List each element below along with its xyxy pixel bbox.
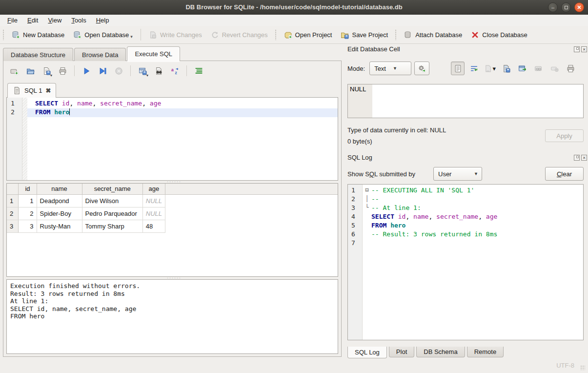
row-header[interactable]: 3 <box>7 220 19 232</box>
table-row[interactable]: 11DeadpondDive WilsonNULL <box>7 194 338 207</box>
row-header[interactable]: 2 <box>7 207 19 220</box>
editor-code-area[interactable]: SELECT id, name, secret_name, ageFROM he… <box>27 98 338 180</box>
write-changes-button[interactable]: Write Changes <box>144 28 206 41</box>
link-data-button[interactable] <box>531 62 545 75</box>
menu-help[interactable]: Help <box>91 16 114 25</box>
cell-secret_name[interactable]: Dive Wilson <box>82 194 142 207</box>
cell-value-editor[interactable]: NULL <box>347 84 584 118</box>
fold-marker-icon <box>363 230 371 239</box>
cell-secret_name[interactable]: Pedro Parqueador <box>82 207 142 220</box>
text-mode-button[interactable] <box>451 62 465 75</box>
code-line[interactable]: SELECT id, name, secret_name, age <box>27 100 338 108</box>
cell-id[interactable]: 1 <box>19 194 37 207</box>
menu-view[interactable]: View <box>43 16 66 25</box>
word-wrap-button[interactable] <box>467 62 481 75</box>
close-panel-icon[interactable]: ✕ <box>581 46 587 52</box>
tab-database-structure[interactable]: Database Structure <box>3 48 73 61</box>
cell-mode-select[interactable]: Text ▼ <box>369 62 411 75</box>
bottom-tab-db-schema[interactable]: DB Schema <box>416 347 465 357</box>
table-row[interactable]: 33Rusty-ManTommy Sharp48 <box>7 220 338 232</box>
save-results-button[interactable]: ▾ <box>138 66 147 76</box>
close-button[interactable]: ✕ <box>574 2 584 12</box>
execute-all-button[interactable] <box>81 66 91 76</box>
gear-apply-format-button[interactable] <box>414 62 429 75</box>
bottom-tab-sql-log[interactable]: SQL Log <box>347 347 387 358</box>
execution-message-box[interactable]: Execution finished without errors. Resul… <box>6 279 338 354</box>
export-to-file-button[interactable] <box>499 62 513 75</box>
toolbar-grip[interactable] <box>275 29 277 40</box>
open-database-button[interactable]: Open Database▾ <box>69 28 137 41</box>
cell-age[interactable]: NULL <box>142 194 165 207</box>
minimize-button[interactable]: – <box>548 2 558 12</box>
toolbar-separator <box>74 65 75 76</box>
table-row[interactable]: 22Spider-BoyPedro ParqueadorNULL <box>7 207 338 220</box>
corner-header[interactable] <box>7 184 19 194</box>
database-open-icon <box>73 31 81 39</box>
save-sql-file-button[interactable]: ▾ <box>41 66 51 76</box>
find-replace-icon: az <box>171 67 179 75</box>
bottom-tab-remote[interactable]: Remote <box>467 347 504 357</box>
stop-execution-button[interactable] <box>114 66 123 76</box>
auto-format-button[interactable] <box>194 66 203 76</box>
row-header[interactable]: 1 <box>7 194 19 207</box>
float-panel-icon[interactable] <box>574 46 580 52</box>
close-panel-icon[interactable]: ✕ <box>581 155 587 161</box>
set-null-button[interactable] <box>547 62 561 75</box>
new-database-button[interactable]: New Database <box>7 28 69 41</box>
float-panel-icon[interactable] <box>574 155 580 161</box>
cell-id[interactable]: 2 <box>19 207 37 220</box>
find-button[interactable] <box>154 66 163 76</box>
find-replace-button[interactable]: az <box>170 66 180 76</box>
print-sql-button[interactable] <box>58 66 67 76</box>
title-bar[interactable]: DB Browser for SQLite - /home/user/code/… <box>0 0 588 15</box>
chevron-down-icon: ▼ <box>393 66 397 71</box>
menu-edit[interactable]: Edit <box>22 16 43 25</box>
window-controls: –✕ <box>548 2 584 12</box>
execute-current-line-button[interactable] <box>98 66 107 76</box>
fold-marker-icon[interactable]: ⊟ <box>363 186 371 195</box>
open-in-external-button[interactable] <box>515 62 529 75</box>
new-sql-tab-button[interactable] <box>9 66 19 76</box>
sql-editor-tab[interactable]: SQL 1 ✖ <box>7 83 56 98</box>
menu-tools[interactable]: Tools <box>66 16 91 25</box>
save-project-icon <box>341 31 349 39</box>
open-project-button[interactable]: Open Project <box>280 28 337 41</box>
attach-database-button[interactable]: Attach Database <box>400 28 466 41</box>
column-header-filler <box>165 184 338 194</box>
revert-changes-button[interactable]: Revert Changes <box>206 28 272 41</box>
print-cell-button[interactable] <box>564 62 577 75</box>
column-header-secret_name[interactable]: secret_name <box>82 184 142 194</box>
sql-log-filter-select[interactable]: User ▼ <box>433 167 482 181</box>
column-header-id[interactable]: id <box>19 184 37 194</box>
column-header-age[interactable]: age <box>142 184 165 194</box>
toolbar-grip[interactable] <box>2 29 4 40</box>
menu-file[interactable]: File <box>2 16 22 25</box>
save-project-button[interactable]: Save Project <box>336 28 392 41</box>
clear-button[interactable]: Clear <box>545 167 584 181</box>
cell-name[interactable]: Rusty-Man <box>37 220 82 232</box>
code-line[interactable]: FROM hero <box>27 108 338 117</box>
sql-log-view[interactable]: 1234567 ⊟ -- EXECUTING ALL IN 'SQL 1' │ … <box>347 184 584 340</box>
close-database-button[interactable]: Close Database <box>466 28 532 41</box>
apply-button[interactable]: Apply <box>545 129 584 142</box>
cell-age[interactable]: 48 <box>142 220 165 232</box>
maximize-button[interactable] <box>561 2 571 12</box>
open-sql-file-button[interactable] <box>25 66 35 76</box>
cell-age[interactable]: NULL <box>142 207 165 220</box>
tab-execute-sql[interactable]: Execute SQL <box>127 46 180 61</box>
results-grid[interactable]: idnamesecret_nameage11DeadpondDive Wilso… <box>6 183 338 277</box>
cell-name[interactable]: Deadpond <box>37 194 82 207</box>
sql-code-editor[interactable]: 12 SELECT id, name, secret_name, ageFROM… <box>6 97 338 181</box>
tab-browse-data[interactable]: Browse Data <box>74 48 126 61</box>
cell-id[interactable]: 3 <box>19 220 37 232</box>
log-line: -- Result: 3 rows returned in 8ms <box>363 230 583 239</box>
toolbar-grip[interactable] <box>395 29 397 40</box>
bottom-tab-plot[interactable]: Plot <box>389 347 414 357</box>
cell-name[interactable]: Spider-Boy <box>37 207 82 220</box>
toolbar-separator <box>141 29 141 41</box>
column-header-name[interactable]: name <box>37 184 82 194</box>
import-from-file-button[interactable]: ▾ <box>483 62 497 75</box>
cell-secret_name[interactable]: Tommy Sharp <box>82 220 142 232</box>
close-tab-icon[interactable]: ✖ <box>45 87 51 94</box>
resize-grip-icon[interactable] <box>580 365 585 370</box>
